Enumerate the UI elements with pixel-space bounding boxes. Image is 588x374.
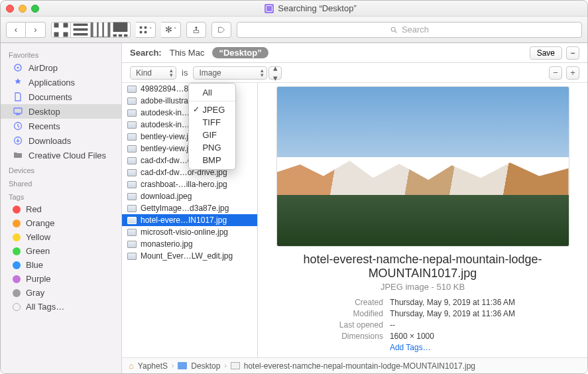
svg-rect-13	[124, 34, 127, 37]
meta-modified-label: Modified	[330, 309, 383, 318]
tag-color-dot	[13, 275, 21, 283]
sidebar-item-label: Creative Cloud Files	[29, 151, 106, 160]
forward-button[interactable]: ›	[26, 22, 46, 38]
sidebar-item-documents[interactable]: Documents	[1, 90, 121, 104]
filter-subtype-select[interactable]: ▴▾	[268, 66, 282, 80]
arrange-button[interactable]: ˅	[136, 22, 156, 38]
file-thumbnail-icon	[127, 97, 137, 105]
file-thumbnail-icon	[127, 133, 137, 141]
sidebar-header-devices: Devices	[1, 162, 121, 176]
preview-subtitle: JPEG image - 510 KB	[381, 282, 465, 292]
close-window-button[interactable]	[6, 5, 14, 13]
sidebar-item-creative-cloud[interactable]: Creative Cloud Files	[1, 148, 121, 162]
search-placeholder: Search	[402, 25, 429, 34]
sidebar-item-label: Downloads	[29, 136, 71, 146]
recents-icon	[13, 121, 23, 131]
view-icons-button[interactable]	[51, 22, 71, 38]
file-thumbnail-icon	[127, 109, 137, 117]
meta-dimensions-value: 1600 × 1000	[390, 332, 434, 341]
file-thumbnail-icon	[127, 157, 137, 164]
add-tags-link[interactable]: Add Tags…	[390, 343, 431, 352]
sidebar-tag-item[interactable]: Gray	[1, 286, 121, 300]
action-button[interactable]: ✻˅	[161, 22, 181, 38]
menu-item-jpeg[interactable]: JPEG	[189, 103, 235, 116]
path-segment-home[interactable]: YaphetS	[138, 361, 168, 371]
menu-item-tiff[interactable]: TIFF	[189, 116, 235, 129]
tags-button[interactable]	[211, 22, 231, 38]
sidebar-item-downloads[interactable]: Downloads	[1, 133, 121, 148]
file-thumbnail-icon	[127, 253, 137, 260]
sidebar-tag-label: Purple	[26, 274, 51, 284]
view-list-button[interactable]	[71, 22, 91, 38]
scope-desktop[interactable]: “Desktop”	[212, 47, 268, 58]
sidebar-item-applications[interactable]: Applications	[1, 75, 121, 90]
menu-item-gif[interactable]: GIF	[189, 129, 235, 141]
file-thumbnail-icon	[127, 145, 137, 153]
sidebar-tag-item[interactable]: Green	[1, 244, 121, 258]
view-gallery-button[interactable]	[111, 22, 131, 38]
preview-image	[277, 87, 569, 246]
save-search-button[interactable]: Save	[530, 46, 562, 60]
meta-dimensions-label: Dimensions	[330, 332, 383, 341]
file-row[interactable]: Mount_Ever…LW_edit.jpg	[122, 250, 257, 262]
filter-is-label: is	[182, 68, 188, 78]
file-row[interactable]: GettyImage…d3a87e.jpg	[122, 202, 257, 214]
sidebar-tag-item[interactable]: Purple	[1, 272, 121, 286]
share-button[interactable]	[186, 22, 206, 38]
svg-rect-12	[119, 34, 122, 37]
path-segment-file[interactable]: hotel-everest-namche-nepal-mountain-lodg…	[244, 361, 475, 371]
svg-rect-8	[99, 23, 102, 37]
menu-item-bmp[interactable]: BMP	[189, 154, 235, 166]
sidebar-item-recents[interactable]: Recents	[1, 119, 121, 133]
window-title: Searching “Desktop”	[278, 3, 357, 13]
sidebar-tag-item[interactable]: Red	[1, 202, 121, 216]
applications-icon	[13, 77, 23, 88]
sidebar-item-label: Applications	[29, 78, 75, 88]
search-folder-icon	[265, 4, 274, 13]
search-icon	[390, 26, 398, 34]
file-row[interactable]: monasterio.jpg	[122, 238, 257, 250]
remove-filter-row-button[interactable]: −	[549, 66, 562, 80]
path-bar: ⌂ YaphetS › Desktop › hotel-everest-namc…	[122, 357, 587, 373]
svg-rect-3	[64, 32, 68, 36]
file-name: monasterio.jpg	[141, 239, 193, 249]
home-icon: ⌂	[129, 361, 134, 371]
search-field[interactable]: Search	[237, 22, 582, 38]
svg-rect-18	[194, 30, 199, 32]
sidebar-tag-item[interactable]: Orange	[1, 216, 121, 230]
minimize-window-button[interactable]	[19, 5, 27, 13]
sidebar-tag-label: Blue	[26, 260, 43, 270]
file-thumbnail-icon	[127, 241, 137, 248]
menu-item-all[interactable]: All	[189, 86, 235, 99]
view-columns-button[interactable]	[91, 22, 111, 38]
sidebar-tag-label: Gray	[26, 288, 44, 298]
sidebar-item-airdrop[interactable]: AirDrop	[1, 60, 121, 75]
remove-search-row-button[interactable]: −	[566, 46, 579, 60]
svg-rect-1	[64, 23, 68, 27]
filter-value-select[interactable]: Image ▴▾ All JPEG TIFF GIF PNG BMP	[193, 66, 267, 80]
filter-attribute-select[interactable]: Kind ▴▾	[130, 66, 176, 80]
file-row[interactable]: download.jpeg	[122, 190, 257, 202]
file-name: hotel-evere…IN1017.jpg	[141, 216, 227, 225]
sidebar-item-desktop[interactable]: Desktop	[1, 104, 121, 119]
sidebar-tag-item[interactable]: All Tags…	[1, 300, 121, 314]
sidebar-tag-label: Red	[26, 204, 42, 214]
sidebar[interactable]: Favorites AirDrop Applications Documents…	[1, 43, 122, 373]
path-segment-desktop[interactable]: Desktop	[191, 361, 220, 371]
svg-rect-0	[54, 23, 59, 27]
add-filter-row-button[interactable]: +	[566, 66, 579, 80]
sidebar-tag-item[interactable]: Yellow	[1, 230, 121, 244]
sidebar-item-label: AirDrop	[29, 63, 58, 73]
svg-rect-15	[145, 26, 147, 29]
sidebar-tag-item[interactable]: Blue	[1, 258, 121, 272]
menu-item-png[interactable]: PNG	[189, 141, 235, 154]
zoom-window-button[interactable]	[31, 5, 39, 13]
file-row[interactable]: hotel-evere…IN1017.jpg	[122, 214, 257, 226]
scope-this-mac[interactable]: This Mac	[170, 48, 205, 58]
tag-color-dot	[13, 206, 21, 214]
back-button[interactable]: ‹	[6, 22, 26, 38]
file-row[interactable]: crashboat-…illa-hero.jpg	[122, 178, 257, 190]
sidebar-header-favorites: Favorites	[1, 47, 121, 60]
file-row[interactable]: microsoft-visio-online.jpg	[122, 226, 257, 238]
file-thumbnail-icon	[127, 181, 137, 188]
